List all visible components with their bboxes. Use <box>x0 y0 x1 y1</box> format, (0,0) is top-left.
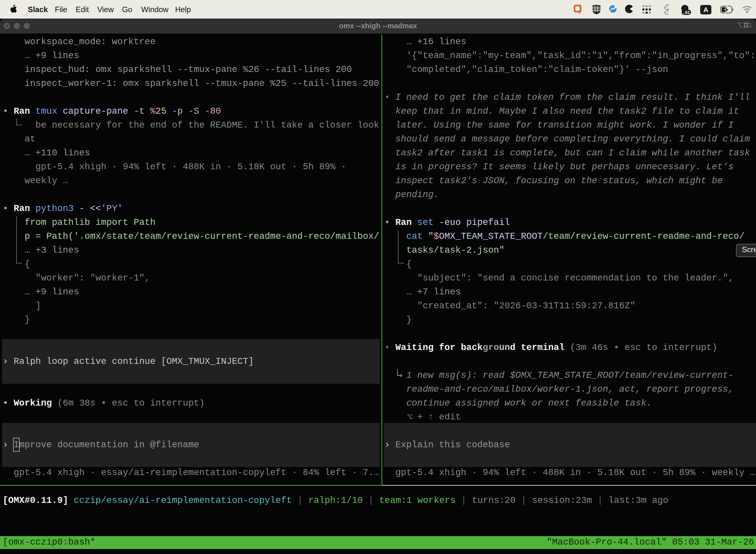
svg-text:A: A <box>703 6 708 14</box>
svg-text:1: 1 <box>749 22 752 28</box>
svg-text:..61: ..61 <box>683 10 690 15</box>
